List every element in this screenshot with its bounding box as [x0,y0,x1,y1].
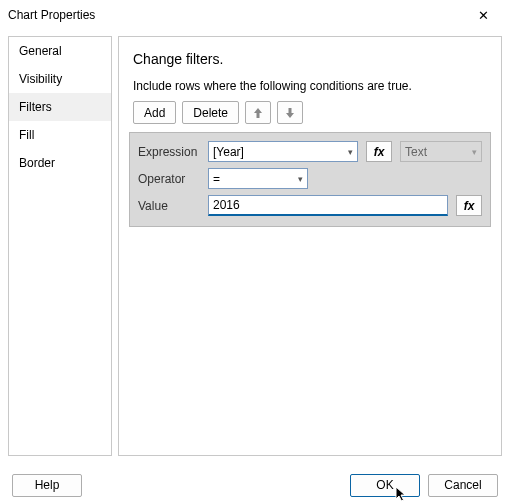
fx-icon: fx [374,145,385,159]
sidebar-item-label: General [19,44,62,58]
operator-combo[interactable]: = ▾ [208,168,308,189]
cancel-button-label: Cancel [444,478,481,492]
main-panel: Change filters. Include rows where the f… [118,36,502,456]
filter-toolbar: Add Delete [119,93,501,132]
type-value: Text [405,145,427,159]
add-button-label: Add [144,106,165,120]
expression-label: Expression [138,145,200,159]
help-button-label: Help [35,478,60,492]
sidebar-item-filters[interactable]: Filters [9,93,111,121]
dialog-footer: Help OK Cancel [0,466,510,504]
chevron-down-icon: ▾ [348,147,353,157]
sidebar-item-label: Fill [19,128,34,142]
panel-heading: Change filters. [119,37,501,73]
arrow-up-icon [253,107,263,119]
sidebar: General Visibility Filters Fill Border [8,36,112,456]
sidebar-item-border[interactable]: Border [9,149,111,177]
window-title: Chart Properties [8,8,464,22]
sidebar-item-fill[interactable]: Fill [9,121,111,149]
sidebar-item-visibility[interactable]: Visibility [9,65,111,93]
operator-label: Operator [138,172,200,186]
type-combo-disabled: Text ▾ [400,141,482,162]
chevron-down-icon: ▾ [472,147,477,157]
titlebar: Chart Properties ✕ [0,0,510,30]
caption: Include rows where the following conditi… [119,73,501,93]
sidebar-item-general[interactable]: General [9,37,111,65]
value-label: Value [138,199,200,213]
move-up-button[interactable] [245,101,271,124]
ok-button-label: OK [376,478,393,492]
empty-area [119,237,501,455]
chevron-down-icon: ▾ [298,174,303,184]
delete-button[interactable]: Delete [182,101,239,124]
value-input[interactable] [208,195,448,216]
close-button[interactable]: ✕ [464,1,502,29]
fx-icon: fx [464,199,475,213]
arrow-down-icon [285,107,295,119]
ok-button[interactable]: OK [350,474,420,497]
expression-fx-button[interactable]: fx [366,141,392,162]
add-button[interactable]: Add [133,101,176,124]
close-icon: ✕ [478,8,489,23]
sidebar-item-label: Filters [19,100,52,114]
filter-editor: Expression [Year] ▾ fx Text ▾ Operator = [129,132,491,227]
operator-value: = [213,172,220,186]
sidebar-item-label: Border [19,156,55,170]
move-down-button[interactable] [277,101,303,124]
help-button[interactable]: Help [12,474,82,497]
sidebar-item-label: Visibility [19,72,62,86]
cancel-button[interactable]: Cancel [428,474,498,497]
delete-button-label: Delete [193,106,228,120]
chart-properties-dialog: Chart Properties ✕ General Visibility Fi… [0,0,510,504]
expression-value: [Year] [213,145,244,159]
value-fx-button[interactable]: fx [456,195,482,216]
expression-combo[interactable]: [Year] ▾ [208,141,358,162]
